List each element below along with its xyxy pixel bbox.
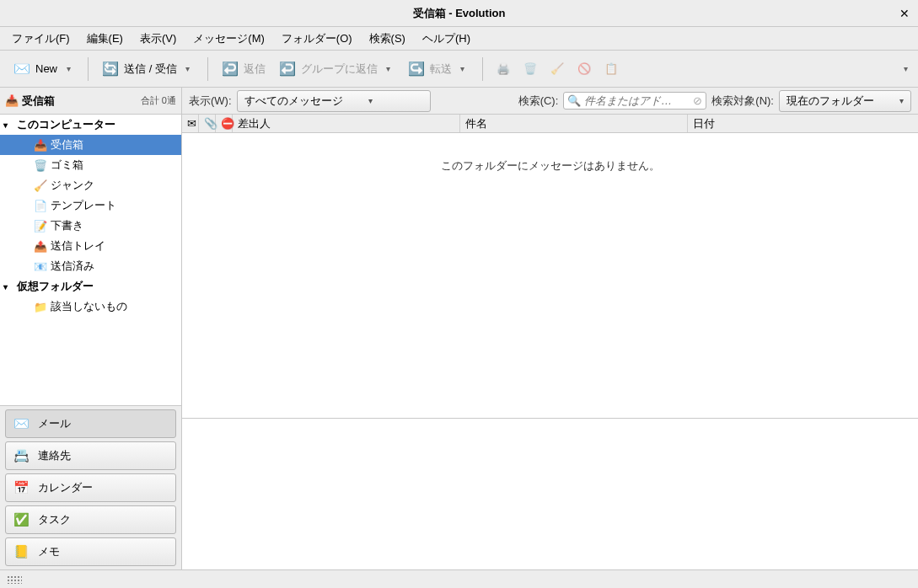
tree-item-unmatched[interactable]: 📁 該当しないもの bbox=[0, 297, 181, 317]
tree-item-label: 受信箱 bbox=[51, 137, 83, 152]
column-headers[interactable]: ✉ 📎 ⛔ 差出人 件名 日付 bbox=[182, 115, 918, 133]
tree-item-label: 下書き bbox=[51, 218, 83, 233]
folder-tree[interactable]: ▾ このコンピューター 📥 受信箱 🗑️ ゴミ箱 🧹 ジャンク 📄 テンプレート… bbox=[0, 115, 181, 405]
reply-label: 返信 bbox=[244, 61, 266, 77]
chevron-down-icon: ▾ bbox=[457, 64, 469, 73]
send-receive-button[interactable]: 🔄 送信 / 受信 ▾ bbox=[95, 57, 201, 81]
tree-group-virtual[interactable]: ▾ 仮想フォルダー bbox=[0, 276, 181, 297]
tree-item-drafts[interactable]: 📝 下書き bbox=[0, 216, 181, 236]
scope-label: 検索対象(N): bbox=[711, 94, 774, 109]
tree-item-templates[interactable]: 📄 テンプレート bbox=[0, 195, 181, 216]
folder-header: 📥 受信箱 合計 0通 bbox=[0, 88, 182, 114]
separator bbox=[482, 57, 483, 81]
col-attachment-icon[interactable]: 📎 bbox=[199, 115, 216, 132]
collapse-icon[interactable]: ▾ bbox=[3, 120, 13, 130]
vfolder-icon: 📁 bbox=[34, 300, 47, 313]
tasks-icon: ✅ bbox=[13, 511, 30, 528]
toolbar-overflow[interactable]: ▾ bbox=[899, 64, 911, 73]
new-button[interactable]: ✉️ New ▾ bbox=[7, 57, 81, 81]
col-subject[interactable]: 件名 bbox=[460, 115, 688, 132]
sent-icon: 📧 bbox=[34, 259, 47, 273]
tree-item-junk[interactable]: 🧹 ジャンク bbox=[0, 175, 181, 195]
tree-item-trash[interactable]: 🗑️ ゴミ箱 bbox=[0, 155, 181, 175]
menu-help[interactable]: ヘルプ(H) bbox=[414, 28, 479, 50]
not-junk-icon: 🚫 bbox=[573, 58, 595, 80]
menu-message[interactable]: メッセージ(M) bbox=[185, 28, 273, 50]
sidebar: ▾ このコンピューター 📥 受信箱 🗑️ ゴミ箱 🧹 ジャンク 📄 テンプレート… bbox=[0, 115, 182, 569]
junk-icon: 🧹 bbox=[34, 179, 47, 192]
envelope-icon: ✉ bbox=[187, 117, 196, 130]
tree-item-inbox[interactable]: 📥 受信箱 bbox=[0, 135, 181, 155]
new-button-label: New bbox=[35, 62, 57, 75]
forward-label: 転送 bbox=[430, 61, 452, 77]
switcher-memos[interactable]: 📒 メモ bbox=[5, 537, 176, 566]
separator bbox=[207, 57, 208, 81]
reply-icon: ↩️ bbox=[222, 61, 239, 78]
switcher-contacts[interactable]: 📇 連絡先 bbox=[5, 441, 176, 470]
menu-file[interactable]: ファイル(F) bbox=[3, 28, 78, 50]
tree-item-label: 送信済み bbox=[51, 259, 94, 274]
tree-item-outbox[interactable]: 📤 送信トレイ bbox=[0, 236, 181, 256]
search-input[interactable] bbox=[584, 94, 690, 107]
tree-item-label: 該当しないもの bbox=[51, 299, 127, 314]
chevron-down-icon[interactable]: ▾ bbox=[62, 64, 74, 73]
forward-icon: ↪️ bbox=[408, 61, 425, 78]
menu-folder[interactable]: フォルダー(O) bbox=[273, 28, 361, 50]
search-icon: 🔍 bbox=[567, 94, 581, 107]
menu-view[interactable]: 表示(V) bbox=[132, 28, 185, 50]
outbox-icon: 📤 bbox=[34, 239, 47, 253]
contacts-icon: 📇 bbox=[13, 447, 30, 464]
switcher-label: カレンダー bbox=[38, 480, 93, 495]
menu-search[interactable]: 検索(S) bbox=[361, 28, 414, 50]
switcher-label: メモ bbox=[38, 544, 60, 559]
folder-count: 合計 0通 bbox=[141, 94, 176, 107]
switcher-mail[interactable]: ✉️ メール bbox=[5, 409, 176, 438]
send-receive-label: 送信 / 受信 bbox=[124, 61, 177, 77]
reply-group-button: ↩️ グループに返信 ▾ bbox=[272, 57, 401, 81]
col-status-icon[interactable]: ✉ bbox=[182, 115, 199, 132]
col-label: 日付 bbox=[693, 116, 715, 131]
sync-icon: 🔄 bbox=[102, 61, 119, 78]
window-title: 受信箱 - Evolution bbox=[413, 6, 506, 21]
switcher-label: タスク bbox=[38, 512, 71, 527]
clear-icon[interactable]: ⊘ bbox=[693, 94, 702, 107]
titlebar: 受信箱 - Evolution ✕ bbox=[0, 0, 918, 27]
col-flag-icon[interactable]: ⛔ bbox=[216, 115, 233, 132]
inbox-icon: 📥 bbox=[5, 94, 19, 107]
filterbar: 📥 受信箱 合計 0通 表示(W): すべてのメッセージ ▾ 検索(C): 🔍 … bbox=[0, 88, 918, 115]
tree-group-label: このコンピューター bbox=[17, 117, 115, 132]
menubar: ファイル(F) 編集(E) 表示(V) メッセージ(M) フォルダー(O) 検索… bbox=[0, 27, 918, 51]
scope-combo-value: 現在のフォルダー bbox=[786, 94, 874, 109]
switcher-tasks[interactable]: ✅ タスク bbox=[5, 505, 176, 534]
tree-item-label: 送信トレイ bbox=[51, 238, 105, 254]
menu-edit[interactable]: 編集(E) bbox=[78, 28, 132, 50]
chevron-down-icon: ▾ bbox=[383, 64, 395, 73]
reply-button: ↩️ 返信 bbox=[215, 57, 272, 81]
close-icon[interactable]: ✕ bbox=[899, 7, 910, 20]
junk-icon: 🧹 bbox=[546, 58, 568, 80]
col-label: 件名 bbox=[465, 116, 487, 131]
filter-controls: 表示(W): すべてのメッセージ ▾ 検索(C): 🔍 ⊘ 検索対象(N): 現… bbox=[182, 88, 918, 114]
empty-message: このフォルダーにメッセージはありません。 bbox=[441, 158, 660, 174]
tree-item-sent[interactable]: 📧 送信済み bbox=[0, 256, 181, 276]
scope-combo[interactable]: 現在のフォルダー ▾ bbox=[779, 90, 911, 112]
mail-icon: ✉️ bbox=[13, 415, 30, 432]
col-date[interactable]: 日付 bbox=[688, 115, 918, 132]
switcher-label: 連絡先 bbox=[38, 448, 71, 463]
chevron-down-icon: ▾ bbox=[368, 96, 373, 105]
forward-button: ↪️ 転送 ▾ bbox=[401, 57, 475, 81]
status-handle-icon[interactable] bbox=[7, 575, 22, 584]
view-combo[interactable]: すべてのメッセージ ▾ bbox=[237, 90, 431, 112]
col-from[interactable]: 差出人 bbox=[233, 115, 460, 132]
memo-icon: 📒 bbox=[13, 543, 30, 560]
tree-group-local[interactable]: ▾ このコンピューター bbox=[0, 115, 181, 135]
chevron-down-icon[interactable]: ▾ bbox=[182, 64, 194, 73]
cancel-icon: 📋 bbox=[600, 58, 622, 80]
search-label: 検索(C): bbox=[518, 94, 559, 109]
toolbar: ✉️ New ▾ 🔄 送信 / 受信 ▾ ↩️ 返信 ↩️ グループに返信 ▾ … bbox=[0, 51, 918, 88]
reply-group-label: グループに返信 bbox=[301, 61, 378, 77]
search-input-wrap[interactable]: 🔍 ⊘ bbox=[563, 92, 706, 110]
collapse-icon[interactable]: ▾ bbox=[3, 282, 13, 291]
switcher-calendar[interactable]: 📅 カレンダー bbox=[5, 473, 176, 502]
delete-icon: 🗑️ bbox=[519, 58, 541, 80]
